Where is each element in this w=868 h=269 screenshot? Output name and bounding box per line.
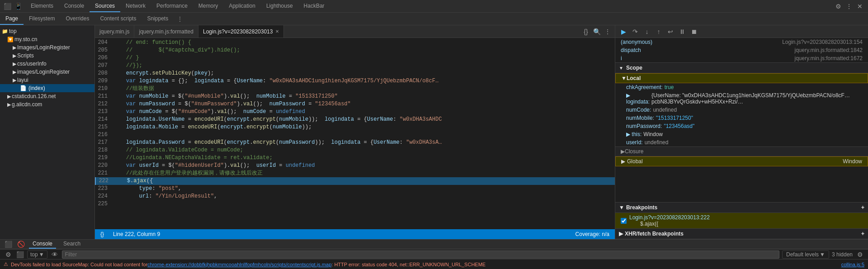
tab-console[interactable]: Console [59, 0, 90, 12]
sidebar-item-top[interactable]: 📁 top [0, 27, 94, 35]
sidebar-item-layui[interactable]: ▶ layui [0, 76, 94, 84]
scope-item-userid[interactable]: userId: undefined [615, 138, 868, 146]
code-line-206[interactable]: 206 // } [95, 54, 615, 62]
console-clear-icon[interactable]: 🚫 [16, 240, 25, 249]
scope-item-logindata[interactable]: ▶ logindata: {UserName: "w0xDHA3sAHDC1un… [615, 91, 868, 106]
sidebar-item-scripts[interactable]: ▶ Scripts [0, 52, 94, 60]
breakpoints-header[interactable]: ▼ Breakpoints + [615, 203, 868, 213]
code-line-221[interactable]: 221 //此处存在任意用户登录的越权漏洞，请修改上线后改正 [95, 170, 615, 177]
console-filter-input[interactable] [62, 250, 779, 259]
code-line-211[interactable]: 211 var numMobile = $("#numMobile").val(… [95, 93, 615, 100]
error-link[interactable]: chrome-extension://dobbfkjhpbkmmcooahlnl… [147, 262, 331, 267]
code-line-217[interactable]: 217 logindata.Password = encodeURI(encry… [95, 139, 615, 146]
console-right-settings-icon[interactable]: ⚙ [855, 250, 864, 259]
tab-sources[interactable]: Sources [90, 0, 120, 12]
sidebar-item-galicdn[interactable]: ▶ g.alicdn.com [0, 100, 94, 109]
call-stack-entry-2[interactable]: i jquery.min.js:formatted:1672 [615, 54, 868, 62]
step-over-btn[interactable]: ↷ [631, 27, 640, 36]
add-breakpoint-icon[interactable]: + [861, 204, 864, 211]
close-icon[interactable]: ✕ [855, 2, 864, 11]
sidebar-item-mystocdn[interactable]: 🔽 my.sto.cn [0, 35, 94, 43]
scope-item-numcode[interactable]: numCode: undefined [615, 106, 868, 114]
step-out-btn[interactable]: ↑ [654, 27, 663, 36]
xhr-breakpoints-header[interactable]: ▶ XHR/fetch Breakpoints + [615, 229, 868, 239]
console-expand-icon[interactable]: ⬛ [4, 240, 13, 249]
code-line-204[interactable]: 204 // end: function() { [95, 39, 615, 47]
scope-item-nummobile[interactable]: numMobile: "15133171250" [615, 114, 868, 122]
tab-elements[interactable]: Elements [25, 0, 59, 12]
console-tab-search[interactable]: Search [60, 240, 84, 249]
scope-closure-header[interactable]: ▶ Closure [615, 147, 868, 156]
code-line-224[interactable]: 224 url: "/Yin/LoginResult", [95, 193, 615, 200]
code-line-225[interactable]: 225 [95, 200, 615, 208]
tab-performance[interactable]: Performance [151, 0, 193, 12]
pretty-print-icon[interactable]: {} [581, 27, 590, 36]
tab-memory[interactable]: Memory [193, 0, 223, 12]
collina-link[interactable]: collina.js:5 [841, 262, 864, 267]
code-line-207[interactable]: 207 //}); [95, 62, 615, 70]
scope-item-numpassword[interactable]: numPassword: "123456asd" [615, 122, 868, 130]
code-content[interactable]: 204 // end: function() { 205 // $("#capt… [95, 38, 615, 229]
resume-btn[interactable]: ▶ [619, 27, 628, 36]
editor-tab-jquery[interactable]: jquery.min.js [95, 25, 134, 38]
scope-header[interactable]: ▼ Scope [615, 63, 868, 73]
sidebar-item-index[interactable]: 📄 (index) [0, 84, 94, 92]
sidebar-item-css-userinfo[interactable]: ▶ css/userInfo [0, 60, 94, 68]
deactivate-btn[interactable]: ⏸ [678, 27, 687, 36]
close-tab-icon[interactable]: ✕ [275, 29, 279, 34]
settings-icon[interactable]: ⚙ [834, 2, 843, 11]
tab-lighthouse[interactable]: Lighthouse [261, 0, 298, 12]
code-line-223[interactable]: 223 type: "post", [95, 185, 615, 193]
code-line-213[interactable]: 213 var numCode = $("#numCode").val(); n… [95, 108, 615, 116]
console-settings-icon[interactable]: ⚙ [4, 250, 13, 259]
code-line-220[interactable]: 220 var userId = $("#hiddenUserId").val(… [95, 162, 615, 170]
code-line-219[interactable]: 219 //Logindata.NECaptchaValidate = ret.… [95, 154, 615, 162]
pause-exceptions-btn[interactable]: ⏹ [689, 27, 698, 36]
code-line-205[interactable]: 205 // $("#captcha_div").hide(); [95, 47, 615, 54]
more-icon[interactable]: ⋮ [844, 2, 854, 11]
sidebar-item-images-lr[interactable]: ▶ images/LoginRegister [0, 68, 94, 76]
add-xhr-icon[interactable]: + [861, 231, 864, 237]
subtab-snippets[interactable]: Snippets [142, 13, 174, 25]
code-line-216[interactable]: 216 [95, 131, 615, 139]
scope-local-header[interactable]: ▼ Local [615, 73, 868, 83]
subtab-more[interactable]: ⋮ [174, 16, 186, 22]
subtab-overrides[interactable]: Overrides [60, 13, 94, 25]
editor-tab-login[interactable]: Login.js?v=20230828203013 ✕ [198, 25, 284, 38]
scope-item-chkAgreement[interactable]: chkAgreement: true [615, 83, 868, 91]
bp-checkbox-0[interactable] [621, 218, 627, 224]
step-into-btn[interactable]: ↓ [642, 27, 651, 36]
tab-network[interactable]: Network [120, 0, 151, 12]
inspect-icon[interactable]: ⬛ [3, 2, 12, 11]
context-dropdown[interactable]: top ▼ [27, 250, 47, 259]
console-filter-icon[interactable]: ⬛ [15, 250, 24, 259]
scope-item-this[interactable]: ▶ this: Window [615, 130, 868, 138]
code-line-215[interactable]: 215 logindata.Mobile = encodeURI(encrypt… [95, 123, 615, 131]
code-line-212[interactable]: 212 var numPassword = $("#numPassword").… [95, 100, 615, 108]
call-stack-entry-1[interactable]: dispatch jquery.min.js:formatted:1842 [615, 46, 868, 54]
tab-application[interactable]: Application [223, 0, 261, 12]
more-tabs-icon[interactable]: ⋮ [603, 27, 612, 36]
console-tab-console[interactable]: Console [29, 240, 56, 249]
subtab-content-scripts[interactable]: Content scripts [94, 13, 142, 25]
editor-tab-jquery-formatted[interactable]: jquery.min.js:formatted [134, 25, 198, 38]
subtab-filesystem[interactable]: Filesystem [24, 13, 60, 25]
code-line-214[interactable]: 214 logindata.UserName = encodeURI(encry… [95, 116, 615, 123]
step-btn[interactable]: ↩ [666, 27, 675, 36]
sidebar-item-cstatic[interactable]: ▶ cstaticdun.126.net [0, 92, 94, 100]
tab-hackbar[interactable]: HackBar [298, 0, 330, 12]
sidebar-item-images-login[interactable]: ▶ Images/LoginRegister [0, 43, 94, 52]
code-line-208[interactable]: 208 encrypt.setPublicKey(pkey); [95, 70, 615, 77]
scope-global-row[interactable]: ▶ Global Window [615, 156, 868, 166]
call-stack-entry-0[interactable]: (anonymous) Login.js?v=20230828203013:15… [615, 38, 868, 46]
subtab-page[interactable]: Page [0, 13, 24, 25]
code-line-210[interactable]: 210 //组装数据 [95, 85, 615, 93]
search-in-file-icon[interactable]: 🔍 [592, 27, 601, 36]
levels-dropdown[interactable]: Default levels ▼ [782, 250, 829, 259]
device-icon[interactable]: 📱 [14, 2, 23, 11]
bp-entry-0[interactable]: Login.js?v=20230828203013:222 $.ajax({ [615, 213, 868, 228]
console-eye-icon[interactable]: 👁 [50, 250, 59, 259]
code-line-222[interactable]: 222 $.ajax({ [95, 177, 615, 185]
code-line-209[interactable]: 209 var logindata = {}; logindata = {Use… [95, 77, 615, 85]
code-line-218[interactable]: 218 // logindata.ValidateCode = numCode; [95, 146, 615, 154]
